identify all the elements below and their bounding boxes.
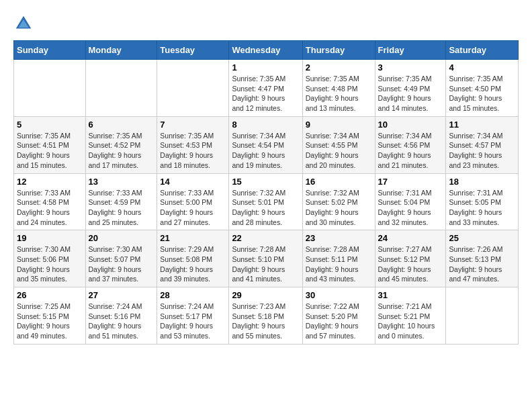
calendar-cell [85,60,157,117]
week-row-2: 5Sunrise: 7:35 AM Sunset: 4:51 PM Daylig… [14,116,519,173]
day-info: Sunrise: 7:35 AM Sunset: 4:51 PM Dayligh… [17,131,83,171]
day-info: Sunrise: 7:35 AM Sunset: 4:52 PM Dayligh… [89,131,154,171]
day-header-saturday: Saturday [446,41,519,60]
day-number: 19 [17,233,83,243]
day-info: Sunrise: 7:35 AM Sunset: 4:50 PM Dayligh… [449,74,515,113]
calendar-cell: 5Sunrise: 7:35 AM Sunset: 4:51 PM Daylig… [14,116,86,173]
calendar-cell: 19Sunrise: 7:30 AM Sunset: 5:06 PM Dayli… [14,230,86,287]
day-number: 8 [232,120,299,130]
day-number: 10 [378,120,443,130]
day-number: 1 [232,62,299,73]
day-number: 21 [160,233,226,243]
calendar-cell: 29Sunrise: 7:23 AM Sunset: 5:18 PM Dayli… [229,287,302,345]
day-number: 14 [160,177,226,187]
day-number: 27 [89,290,154,300]
day-info: Sunrise: 7:33 AM Sunset: 4:59 PM Dayligh… [89,188,154,228]
day-number: 6 [89,120,154,130]
day-number: 23 [306,233,372,243]
logo-icon [13,13,34,34]
day-number: 15 [232,177,299,187]
day-number: 4 [449,62,515,73]
calendar-cell: 12Sunrise: 7:33 AM Sunset: 4:58 PM Dayli… [14,173,86,230]
day-number: 7 [160,120,226,130]
day-info: Sunrise: 7:32 AM Sunset: 5:02 PM Dayligh… [306,188,372,228]
day-info: Sunrise: 7:29 AM Sunset: 5:08 PM Dayligh… [160,244,226,284]
week-row-5: 26Sunrise: 7:25 AM Sunset: 5:15 PM Dayli… [14,287,519,345]
day-info: Sunrise: 7:34 AM Sunset: 4:57 PM Dayligh… [449,131,515,171]
day-header-sunday: Sunday [14,41,86,60]
calendar-cell: 20Sunrise: 7:30 AM Sunset: 5:07 PM Dayli… [85,230,157,287]
calendar-cell: 26Sunrise: 7:25 AM Sunset: 5:15 PM Dayli… [14,287,86,345]
day-info: Sunrise: 7:21 AM Sunset: 5:21 PM Dayligh… [378,302,443,341]
day-info: Sunrise: 7:23 AM Sunset: 5:18 PM Dayligh… [232,302,299,341]
day-number: 5 [17,120,83,130]
day-number: 20 [89,233,154,243]
day-number: 17 [378,177,443,187]
day-number: 25 [449,233,515,243]
calendar-cell: 18Sunrise: 7:31 AM Sunset: 5:05 PM Dayli… [446,173,519,230]
calendar-cell: 22Sunrise: 7:28 AM Sunset: 5:10 PM Dayli… [229,230,302,287]
day-info: Sunrise: 7:28 AM Sunset: 5:10 PM Dayligh… [232,244,299,284]
day-header-monday: Monday [85,41,157,60]
day-info: Sunrise: 7:33 AM Sunset: 5:00 PM Dayligh… [160,188,226,228]
calendar-cell: 25Sunrise: 7:26 AM Sunset: 5:13 PM Dayli… [446,230,519,287]
week-row-4: 19Sunrise: 7:30 AM Sunset: 5:06 PM Dayli… [14,230,519,287]
day-number: 11 [449,120,515,130]
day-number: 12 [17,177,83,187]
day-number: 13 [89,177,154,187]
day-info: Sunrise: 7:35 AM Sunset: 4:49 PM Dayligh… [378,74,443,113]
day-info: Sunrise: 7:28 AM Sunset: 5:11 PM Dayligh… [306,244,372,284]
calendar-cell: 10Sunrise: 7:34 AM Sunset: 4:56 PM Dayli… [375,116,446,173]
calendar-cell [14,60,86,117]
day-number: 26 [17,290,83,300]
day-info: Sunrise: 7:22 AM Sunset: 5:20 PM Dayligh… [306,302,372,341]
calendar-cell [157,60,229,117]
page-header [13,13,519,34]
calendar-cell: 21Sunrise: 7:29 AM Sunset: 5:08 PM Dayli… [157,230,229,287]
calendar-cell [446,287,519,345]
calendar-header-row: SundayMondayTuesdayWednesdayThursdayFrid… [14,41,519,60]
day-number: 24 [378,233,443,243]
day-info: Sunrise: 7:24 AM Sunset: 5:16 PM Dayligh… [89,302,154,341]
calendar-cell: 15Sunrise: 7:32 AM Sunset: 5:01 PM Dayli… [229,173,302,230]
day-info: Sunrise: 7:27 AM Sunset: 5:12 PM Dayligh… [378,244,443,284]
day-number: 3 [378,62,443,73]
day-number: 9 [306,120,372,130]
day-info: Sunrise: 7:30 AM Sunset: 5:07 PM Dayligh… [89,244,154,284]
day-info: Sunrise: 7:32 AM Sunset: 5:01 PM Dayligh… [232,188,299,228]
day-info: Sunrise: 7:35 AM Sunset: 4:48 PM Dayligh… [306,74,372,113]
day-number: 2 [306,62,372,73]
calendar-cell: 11Sunrise: 7:34 AM Sunset: 4:57 PM Dayli… [446,116,519,173]
day-info: Sunrise: 7:31 AM Sunset: 5:05 PM Dayligh… [449,188,515,228]
day-number: 30 [306,290,372,300]
week-row-3: 12Sunrise: 7:33 AM Sunset: 4:58 PM Dayli… [14,173,519,230]
day-number: 16 [306,177,372,187]
calendar-cell: 8Sunrise: 7:34 AM Sunset: 4:54 PM Daylig… [229,116,302,173]
calendar-cell: 1Sunrise: 7:35 AM Sunset: 4:47 PM Daylig… [229,60,302,117]
day-info: Sunrise: 7:30 AM Sunset: 5:06 PM Dayligh… [17,244,83,284]
day-info: Sunrise: 7:34 AM Sunset: 4:55 PM Dayligh… [306,131,372,171]
calendar-cell: 4Sunrise: 7:35 AM Sunset: 4:50 PM Daylig… [446,60,519,117]
calendar-cell: 30Sunrise: 7:22 AM Sunset: 5:20 PM Dayli… [302,287,375,345]
logo [13,13,36,34]
calendar-cell: 3Sunrise: 7:35 AM Sunset: 4:49 PM Daylig… [375,60,446,117]
day-number: 29 [232,290,299,300]
week-row-1: 1Sunrise: 7:35 AM Sunset: 4:47 PM Daylig… [14,60,519,117]
calendar-cell: 7Sunrise: 7:35 AM Sunset: 4:53 PM Daylig… [157,116,229,173]
calendar-cell: 27Sunrise: 7:24 AM Sunset: 5:16 PM Dayli… [85,287,157,345]
day-info: Sunrise: 7:26 AM Sunset: 5:13 PM Dayligh… [449,244,515,284]
calendar-cell: 9Sunrise: 7:34 AM Sunset: 4:55 PM Daylig… [302,116,375,173]
calendar-cell: 14Sunrise: 7:33 AM Sunset: 5:00 PM Dayli… [157,173,229,230]
day-number: 18 [449,177,515,187]
calendar-cell: 24Sunrise: 7:27 AM Sunset: 5:12 PM Dayli… [375,230,446,287]
day-number: 28 [160,290,226,300]
calendar-cell: 13Sunrise: 7:33 AM Sunset: 4:59 PM Dayli… [85,173,157,230]
calendar-cell: 23Sunrise: 7:28 AM Sunset: 5:11 PM Dayli… [302,230,375,287]
day-info: Sunrise: 7:35 AM Sunset: 4:47 PM Dayligh… [232,74,299,113]
day-header-thursday: Thursday [302,41,375,60]
day-info: Sunrise: 7:24 AM Sunset: 5:17 PM Dayligh… [160,302,226,341]
day-info: Sunrise: 7:25 AM Sunset: 5:15 PM Dayligh… [17,302,83,341]
day-info: Sunrise: 7:31 AM Sunset: 5:04 PM Dayligh… [378,188,443,228]
calendar-cell: 28Sunrise: 7:24 AM Sunset: 5:17 PM Dayli… [157,287,229,345]
calendar-table: SundayMondayTuesdayWednesdayThursdayFrid… [13,40,519,345]
